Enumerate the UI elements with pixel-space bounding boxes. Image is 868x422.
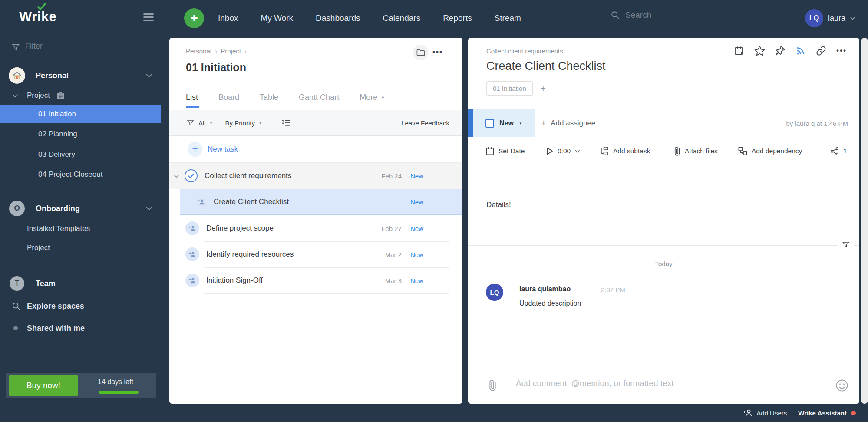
nav-stream[interactable]: Stream bbox=[495, 13, 521, 23]
sidebar-explore-spaces[interactable]: Explore spaces bbox=[0, 298, 161, 314]
wrike-assistant-button[interactable]: Wrike Assistant bbox=[798, 409, 856, 417]
complete-task-checkbox[interactable] bbox=[485, 119, 494, 128]
user-avatar[interactable]: LQ bbox=[805, 9, 823, 27]
share-count-value: 1 bbox=[843, 147, 847, 155]
task-row-create-client-checklist[interactable]: Create Client Checklist New bbox=[180, 189, 462, 215]
folder-button[interactable] bbox=[413, 45, 429, 60]
sidebar-item-installed-templates[interactable]: Installed Templates bbox=[27, 224, 90, 233]
task-row-initiation-sign-off[interactable]: Initiation Sign-Off Mar 3 New bbox=[169, 267, 462, 293]
add-assignee-icon[interactable] bbox=[185, 221, 199, 235]
breadcrumb-separator: › bbox=[244, 47, 247, 55]
checklist-view-icon[interactable] bbox=[282, 119, 291, 127]
sidebar-item-project[interactable]: Project bbox=[27, 244, 50, 252]
sidebar-space-onboarding[interactable]: O Onboarding bbox=[0, 200, 161, 217]
toolbar-divider bbox=[273, 118, 273, 128]
task-status[interactable]: New bbox=[410, 277, 436, 284]
caret-down-icon: ▼ bbox=[519, 122, 522, 125]
create-new-button[interactable]: + bbox=[184, 8, 204, 28]
project-tag[interactable]: 01 Initiation bbox=[486, 81, 533, 96]
sidebar-filter-input[interactable] bbox=[25, 42, 152, 56]
topbar: Wrike + Inbox My Work Dashboards Calenda… bbox=[0, 0, 868, 36]
task-status-row: New ▼ + Add assignee by laura q at 1:46 … bbox=[468, 109, 859, 137]
attach-files-button[interactable]: Attach files bbox=[674, 137, 718, 165]
task-status[interactable]: New bbox=[410, 251, 436, 258]
task-status[interactable]: New bbox=[410, 198, 436, 206]
filter-icon[interactable] bbox=[187, 119, 194, 127]
plus-icon: + bbox=[541, 118, 546, 129]
sidebar-item-03-delivery[interactable]: 03 Delivery bbox=[38, 150, 75, 159]
attach-file-icon[interactable] bbox=[488, 379, 497, 391]
rss-follow-icon[interactable] bbox=[795, 46, 806, 56]
breadcrumb-project[interactable]: Project bbox=[221, 47, 241, 55]
calendar-add-icon[interactable] bbox=[734, 46, 744, 56]
leave-feedback-link[interactable]: Leave Feedback bbox=[401, 119, 449, 127]
task-status[interactable]: New bbox=[410, 172, 436, 180]
time-tracker-button[interactable]: 0:00 bbox=[546, 137, 580, 165]
sidebar-space-team[interactable]: T Team bbox=[0, 275, 161, 292]
add-users-button[interactable]: Add Users bbox=[744, 409, 787, 417]
share-count-button[interactable]: 1 bbox=[830, 137, 847, 165]
nav-calendars[interactable]: Calendars bbox=[383, 13, 421, 23]
nav-reports[interactable]: Reports bbox=[443, 13, 472, 23]
hamburger-menu-icon[interactable] bbox=[143, 13, 154, 21]
tab-board[interactable]: Board bbox=[218, 93, 239, 102]
nav-inbox[interactable]: Inbox bbox=[218, 13, 238, 23]
sidebar-item-02-planning[interactable]: 02 Planning bbox=[38, 130, 77, 138]
filter-scope-dropdown[interactable]: All▼ bbox=[198, 119, 213, 127]
task-row-identify-required-resources[interactable]: Identify required resources Mar 2 New bbox=[169, 241, 462, 267]
add-assignee-icon[interactable] bbox=[185, 274, 199, 287]
chevron-down-icon[interactable] bbox=[12, 94, 18, 98]
collapse-chevron-icon[interactable] bbox=[174, 174, 179, 178]
add-assignee-icon[interactable] bbox=[195, 195, 208, 209]
pin-icon[interactable] bbox=[775, 46, 785, 56]
chevron-down-icon[interactable] bbox=[146, 206, 152, 211]
more-options-icon[interactable]: ••• bbox=[432, 48, 443, 56]
user-menu[interactable]: LQ laura bbox=[805, 0, 855, 36]
chevron-down-icon[interactable] bbox=[146, 73, 152, 78]
add-assignee-button[interactable]: + Add assignee bbox=[541, 109, 595, 137]
add-subtask-button[interactable]: Add subtask bbox=[600, 137, 650, 165]
star-icon[interactable] bbox=[754, 46, 765, 56]
status-dropdown[interactable]: New ▼ bbox=[473, 109, 535, 137]
link-icon[interactable] bbox=[816, 46, 826, 56]
sidebar-folder-project[interactable]: Project bbox=[0, 88, 161, 103]
tab-more[interactable]: More▼ bbox=[360, 93, 385, 102]
task-row-collect-client-requirements[interactable]: Collect client requirements Feb 24 New bbox=[169, 163, 462, 189]
wrike-logo[interactable]: Wrike bbox=[19, 9, 56, 25]
sidebar-shared-with-me[interactable]: Shared with me bbox=[0, 320, 161, 336]
sidebar-item-label: 01 Initiation bbox=[38, 110, 76, 119]
nav-my-work[interactable]: My Work bbox=[261, 13, 293, 23]
parent-task-breadcrumb[interactable]: Collect client requirements bbox=[486, 47, 563, 55]
add-dependency-button[interactable]: Add dependency bbox=[738, 137, 802, 165]
tab-gantt-chart[interactable]: Gantt Chart bbox=[299, 93, 339, 102]
tab-list[interactable]: List bbox=[186, 93, 198, 102]
dot-icon bbox=[13, 326, 18, 330]
new-task-button[interactable]: + New task bbox=[169, 136, 462, 163]
activity-filter-icon[interactable] bbox=[842, 241, 850, 249]
assistant-status-dot bbox=[851, 411, 856, 415]
scrollbar[interactable] bbox=[861, 38, 868, 404]
complete-task-checkbox[interactable] bbox=[185, 169, 198, 182]
task-row-define-project-scope[interactable]: Define project scope Feb 27 New bbox=[169, 215, 462, 241]
set-date-button[interactable]: Set Date bbox=[486, 137, 525, 165]
buy-now-button[interactable]: Buy now! bbox=[9, 375, 78, 396]
task-status[interactable]: New bbox=[410, 225, 436, 232]
more-options-icon[interactable]: ••• bbox=[836, 46, 847, 55]
comment-author-avatar[interactable]: LQ bbox=[486, 284, 503, 301]
sidebar-space-personal[interactable]: Personal bbox=[0, 66, 161, 85]
add-tag-icon[interactable]: + bbox=[541, 83, 546, 94]
sidebar-divider bbox=[20, 188, 161, 188]
add-assignee-icon[interactable] bbox=[185, 247, 199, 261]
emoji-icon[interactable] bbox=[835, 379, 848, 392]
sidebar-item-04-project-closeout[interactable]: 04 Project Closeout bbox=[38, 170, 102, 179]
task-description[interactable]: Details! bbox=[486, 201, 511, 209]
breadcrumb-personal[interactable]: Personal bbox=[186, 47, 211, 55]
sidebar-item-01-initiation[interactable]: 01 Initiation bbox=[0, 105, 161, 123]
search-input[interactable] bbox=[625, 10, 782, 20]
comment-author-name[interactable]: laura quiambao bbox=[519, 285, 571, 293]
comment-input[interactable] bbox=[516, 379, 794, 388]
breadcrumb: Personal › Project › bbox=[186, 47, 247, 55]
tab-table[interactable]: Table bbox=[260, 93, 278, 102]
sort-dropdown[interactable]: By Priority▼ bbox=[225, 119, 262, 127]
nav-dashboards[interactable]: Dashboards bbox=[316, 13, 360, 23]
